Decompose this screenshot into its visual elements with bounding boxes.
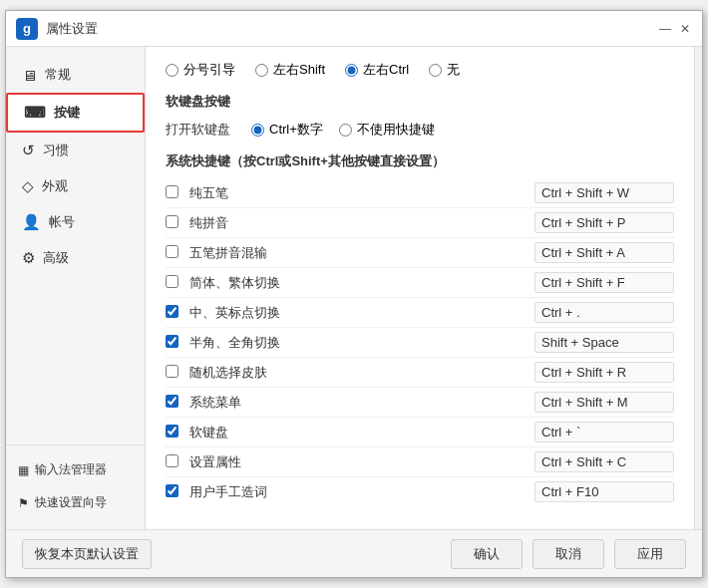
radio-fenhao-label: 分号引导 [183,61,235,79]
shortcut-row: 简体、繁体切换Ctrl + Shift + F [166,268,674,298]
account-icon: 👤 [22,213,41,231]
monitor-icon: 🖥 [22,67,37,84]
shortcut-name-pinyin: 纯拼音 [185,214,534,232]
shortcut-row: 中、英标点切换Ctrl + . [166,298,674,328]
shortcut-row: 随机选择皮肤Ctrl + Shift + R [166,358,674,388]
checkbox-simp_trad[interactable] [166,275,178,288]
shortcut-name-mixed: 五笔拼音混输 [185,244,534,262]
shortcut-name-soft_kb: 软键盘 [185,424,534,441]
radio-lr-ctrl-label: 左右Ctrl [363,61,409,79]
shortcut-key-mixed[interactable]: Ctrl + Shift + A [534,242,674,263]
sidebar: 🖥 常规 ⌨ 按键 ↺ 习惯 ◇ 外观 👤 帐号 ⚙ 高级 [6,47,146,529]
content-area: 🖥 常规 ⌨ 按键 ↺ 习惯 ◇ 外观 👤 帐号 ⚙ 高级 [6,47,702,529]
checkbox-random_skin[interactable] [166,365,178,378]
keyboard-row: 打开软键盘 Ctrl+数字 不使用快捷键 [166,121,674,139]
keyboard-icon: ⌨ [24,104,46,122]
shortcut-check-cn_en [166,305,185,321]
radio-no-shortcut-label: 不使用快捷键 [357,121,435,139]
checkbox-settings[interactable] [166,454,178,467]
sidebar-bottom: ▦ 输入法管理器 ⚑ 快速设置向导 [6,444,145,519]
shortcut-key-simp_trad[interactable]: Ctrl + Shift + F [534,272,674,293]
checkbox-halfwidth[interactable] [166,335,178,348]
input-manager-icon: ▦ [18,463,29,477]
radio-none[interactable]: 无 [429,61,460,79]
radio-fenhao[interactable]: 分号引导 [166,61,235,79]
shortcut-list: 纯五笔Ctrl + Shift + W纯拼音Ctrl + Shift + P五笔… [166,178,674,506]
radio-no-shortcut[interactable]: 不使用快捷键 [339,121,435,139]
shortcut-check-wubi [166,185,185,201]
shortcut-key-pinyin[interactable]: Ctrl + Shift + P [534,212,674,233]
shortcut-key-user_words[interactable]: Ctrl + F10 [534,481,674,502]
radio-ctrl-num[interactable]: Ctrl+数字 [251,121,323,139]
switch-mode-row: 分号引导 左右Shift 左右Ctrl 无 [166,61,674,79]
shortcut-key-random_skin[interactable]: Ctrl + Shift + R [534,362,674,383]
shortcut-key-wubi[interactable]: Ctrl + Shift + W [534,182,674,203]
sidebar-label-general: 常规 [45,66,71,84]
open-keyboard-label: 打开软键盘 [166,121,235,139]
shortcut-key-halfwidth[interactable]: Shift + Space [534,332,674,353]
app-icon: g [16,18,38,40]
shortcut-key-cn_en[interactable]: Ctrl + . [534,302,674,323]
footer-right: 确认 取消 应用 [451,539,686,569]
shortcut-row: 用户手工造词Ctrl + F10 [166,477,674,506]
advanced-icon: ⚙ [22,249,35,267]
radio-ctrl-num-label: Ctrl+数字 [269,121,323,139]
checkbox-soft_kb[interactable] [166,425,178,438]
checkbox-mixed[interactable] [166,245,178,258]
window-controls: — ✕ [658,22,692,36]
input-manager-button[interactable]: ▦ 输入法管理器 [6,453,145,486]
shortcut-name-settings: 设置属性 [185,453,534,471]
sidebar-label-habits: 习惯 [43,142,69,159]
shortcut-key-sys_menu[interactable]: Ctrl + Shift + M [534,392,674,413]
shortcut-name-cn_en: 中、英标点切换 [185,304,534,322]
shortcut-name-simp_trad: 简体、繁体切换 [185,274,534,292]
sidebar-item-keys[interactable]: ⌨ 按键 [6,93,145,133]
habits-icon: ↺ [22,142,35,159]
quick-setup-icon: ⚑ [18,496,29,510]
main-content: 分号引导 左右Shift 左右Ctrl 无 软键盘按键 [146,47,694,529]
scrollbar[interactable] [694,47,702,529]
shortcut-name-random_skin: 随机选择皮肤 [185,364,534,382]
shortcut-name-sys_menu: 系统菜单 [185,394,534,412]
shortcuts-title: 系统快捷键（按Ctrl或Shift+其他按键直接设置） [166,152,674,170]
sidebar-item-habits[interactable]: ↺ 习惯 [6,133,145,168]
shortcut-row: 软键盘Ctrl + ` [166,418,674,447]
shortcut-check-soft_kb [166,425,185,441]
restore-button[interactable]: 恢复本页默认设置 [22,539,152,569]
shortcut-check-random_skin [166,365,185,381]
shortcut-row: 五笔拼音混输Ctrl + Shift + A [166,238,674,268]
shortcut-check-user_words [166,484,185,500]
checkbox-cn_en[interactable] [166,305,178,318]
shortcut-name-user_words: 用户手工造词 [185,483,534,501]
radio-lr-shift-label: 左右Shift [273,61,325,79]
shortcut-name-halfwidth: 半角、全角切换 [185,334,534,352]
shortcuts-section: 系统快捷键（按Ctrl或Shift+其他按键直接设置） 纯五笔Ctrl + Sh… [166,152,674,506]
title-bar: g 属性设置 — ✕ [6,11,702,47]
shortcut-row: 系统菜单Ctrl + Shift + M [166,388,674,418]
quick-setup-button[interactable]: ⚑ 快速设置向导 [6,486,145,519]
apply-button[interactable]: 应用 [614,539,686,569]
sidebar-item-account[interactable]: 👤 帐号 [6,204,145,240]
close-button[interactable]: ✕ [678,22,692,36]
cancel-button[interactable]: 取消 [532,539,604,569]
sidebar-item-general[interactable]: 🖥 常规 [6,57,145,93]
checkbox-sys_menu[interactable] [166,395,178,408]
checkbox-user_words[interactable] [166,484,178,497]
checkbox-pinyin[interactable] [166,215,178,228]
shortcut-row: 设置属性Ctrl + Shift + C [166,447,674,477]
sidebar-item-appearance[interactable]: ◇ 外观 [6,168,145,204]
shortcut-check-sys_menu [166,395,185,411]
input-manager-label: 输入法管理器 [35,461,107,478]
shortcut-check-simp_trad [166,275,185,291]
checkbox-wubi[interactable] [166,185,178,198]
shortcut-key-settings[interactable]: Ctrl + Shift + C [534,451,674,472]
shortcut-check-settings [166,454,185,470]
confirm-button[interactable]: 确认 [451,539,523,569]
shortcut-key-soft_kb[interactable]: Ctrl + ` [534,422,674,442]
radio-lr-ctrl[interactable]: 左右Ctrl [345,61,409,79]
radio-lr-shift[interactable]: 左右Shift [255,61,325,79]
sidebar-item-advanced[interactable]: ⚙ 高级 [6,240,145,276]
shortcut-check-mixed [166,245,185,261]
minimize-button[interactable]: — [658,22,672,36]
main-window: g 属性设置 — ✕ 🖥 常规 ⌨ 按键 ↺ 习惯 ◇ 外观 [5,10,703,578]
